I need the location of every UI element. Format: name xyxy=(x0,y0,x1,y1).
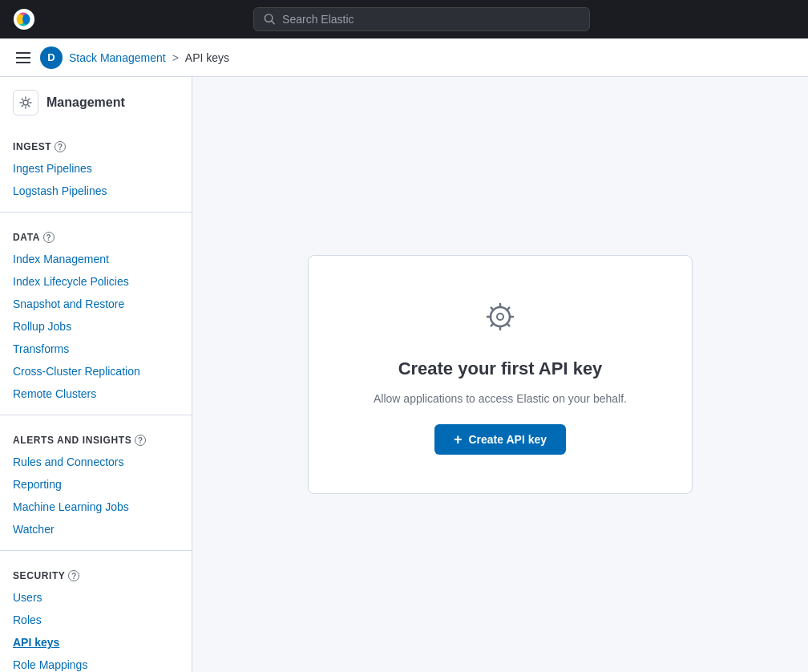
sidebar-item-transforms[interactable]: Transforms xyxy=(0,338,192,360)
management-icon xyxy=(13,90,38,115)
sidebar-section-label-security: Security ? xyxy=(0,567,192,586)
sidebar-item-reporting[interactable]: Reporting xyxy=(0,473,192,496)
sidebar-title: Management xyxy=(46,95,125,110)
main-content: Create your first API key Allow applicat… xyxy=(192,77,808,672)
create-api-key-button[interactable]: + Create API key xyxy=(434,424,566,455)
help-icon-security[interactable]: ? xyxy=(68,570,79,581)
sidebar-item-watcher[interactable]: Watcher xyxy=(0,518,192,540)
sidebar-item-users[interactable]: Users xyxy=(0,586,192,609)
breadcrumb-bar: D Stack Management > API keys xyxy=(0,38,808,77)
top-nav xyxy=(0,0,808,38)
sidebar-item-index-management[interactable]: Index Management xyxy=(0,248,192,270)
sidebar-item-cross-cluster-replication[interactable]: Cross-Cluster Replication xyxy=(0,360,192,383)
help-icon-data[interactable]: ? xyxy=(43,232,55,243)
sidebar-section-ingest: Ingest ? Ingest Pipelines Logstash Pipel… xyxy=(0,128,192,205)
sidebar-section-alerts: Alerts and Insights ? Rules and Connecto… xyxy=(0,422,192,544)
sidebar-item-api-keys[interactable]: API keys xyxy=(0,631,192,654)
svg-point-4 xyxy=(22,14,30,24)
sidebar-item-ingest-pipelines[interactable]: Ingest Pipelines xyxy=(0,157,192,180)
breadcrumb-current: API keys xyxy=(185,51,229,64)
sidebar-divider-3 xyxy=(0,550,192,551)
sidebar-item-rules-and-connectors[interactable]: Rules and Connectors xyxy=(0,451,192,473)
sidebar-item-role-mappings[interactable]: Role Mappings xyxy=(0,654,192,672)
empty-state-card: Create your first API key Allow applicat… xyxy=(308,255,693,494)
help-icon-ingest[interactable]: ? xyxy=(55,141,66,152)
sidebar-section-security: Security ? Users Roles API keys Role Map… xyxy=(0,557,192,672)
sidebar: Management Ingest ? Ingest Pipelines Log… xyxy=(0,77,192,672)
sidebar-divider-2 xyxy=(0,415,192,415)
sidebar-section-label-ingest: Ingest ? xyxy=(0,138,192,157)
breadcrumb-separator: > xyxy=(172,51,179,64)
search-input[interactable] xyxy=(282,13,580,26)
sidebar-divider-1 xyxy=(0,212,192,213)
sidebar-section-label-data: Data ? xyxy=(0,229,192,248)
sidebar-item-index-lifecycle-policies[interactable]: Index Lifecycle Policies xyxy=(0,270,192,293)
sidebar-item-machine-learning-jobs[interactable]: Machine Learning Jobs xyxy=(0,496,192,518)
api-key-icon xyxy=(478,294,523,346)
svg-line-6 xyxy=(272,21,274,23)
elastic-logo-icon xyxy=(13,8,35,30)
create-button-label: Create API key xyxy=(468,433,547,446)
sidebar-item-roles[interactable]: Roles xyxy=(0,609,192,631)
sidebar-section-data: Data ? Index Management Index Lifecycle … xyxy=(0,219,192,408)
help-icon-alerts[interactable]: ? xyxy=(135,435,146,446)
sidebar-section-label-alerts: Alerts and Insights ? xyxy=(0,431,192,451)
empty-state-title: Create your first API key xyxy=(398,358,603,379)
search-bar[interactable] xyxy=(253,7,590,31)
logo-area xyxy=(13,8,35,30)
empty-state-subtitle: Allow applications to access Elastic on … xyxy=(374,392,627,405)
plus-icon: + xyxy=(454,432,463,447)
hamburger-menu[interactable] xyxy=(13,49,34,67)
search-icon xyxy=(264,13,276,26)
sidebar-item-remote-clusters[interactable]: Remote Clusters xyxy=(0,383,192,405)
sidebar-item-rollup-jobs[interactable]: Rollup Jobs xyxy=(0,315,192,338)
sidebar-item-snapshot-and-restore[interactable]: Snapshot and Restore xyxy=(0,293,192,315)
sidebar-header: Management xyxy=(0,90,192,128)
svg-point-9 xyxy=(497,314,503,320)
breadcrumb-parent[interactable]: Stack Management xyxy=(69,51,166,64)
avatar: D xyxy=(40,47,63,69)
sidebar-item-logstash-pipelines[interactable]: Logstash Pipelines xyxy=(0,180,192,202)
svg-point-7 xyxy=(23,100,28,105)
main-layout: Management Ingest ? Ingest Pipelines Log… xyxy=(0,77,808,672)
